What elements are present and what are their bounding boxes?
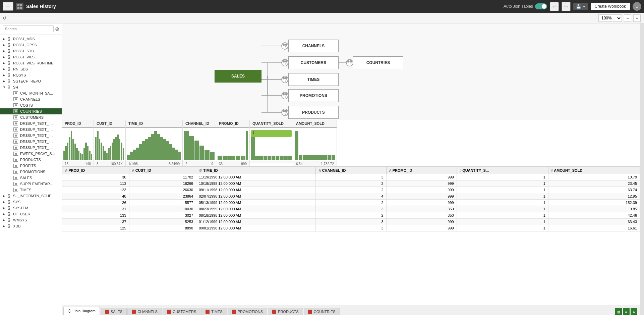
settings-view-button[interactable]: ⚙ bbox=[631, 308, 637, 315]
table-row[interactable]: 125889009/01/1998 12:00:000 AM3999116.61 bbox=[62, 225, 640, 231]
redo-button[interactable]: ↪ bbox=[562, 2, 571, 11]
th-TIME_ID[interactable]: ⏱TIME_ID bbox=[196, 167, 316, 174]
sidebar-item-DR$SUP_TEXT_I1[interactable]: ▦DR$SUP_TEXT_I... bbox=[0, 120, 62, 126]
sidebar-item-label: PROFITS bbox=[20, 164, 36, 168]
th-CHANNEL_ID[interactable]: ACHANNEL_ID bbox=[316, 167, 386, 174]
create-workbook-button[interactable]: Create Workbook bbox=[591, 3, 630, 10]
sidebar-item-RC661_WLS[interactable]: ▶🗄RC661_WLS bbox=[0, 54, 62, 60]
sidebar-item-CUSTOMERS[interactable]: ▦CUSTOMERS bbox=[0, 114, 62, 120]
sidebar-item-CAL_MONTH_SA[interactable]: ▦CAL_MONTH_SA... bbox=[0, 90, 62, 96]
sidebar-item-SL_INFORMTN_SCHE[interactable]: ▶🗄SL_INFORMTN_SCHE... bbox=[0, 193, 62, 199]
quantity-filter[interactable]: 1 bbox=[251, 130, 292, 137]
table-row[interactable]: 301170211/19/1998 12:00:000 AM3999110.79 bbox=[62, 174, 640, 180]
right-scrollbar[interactable] bbox=[640, 13, 644, 315]
add-connection-button[interactable]: ⊕ bbox=[55, 26, 59, 32]
col-chart-CHANNEL_ID bbox=[183, 127, 216, 161]
sidebar-item-SGTECH_REPO[interactable]: ▶🗄SGTECH_REPO bbox=[0, 78, 62, 84]
tab-join[interactable]: ⬡Join Diagram bbox=[63, 307, 100, 315]
sidebar-item-PROMOTIONS[interactable]: ▦PROMOTIONS bbox=[0, 169, 62, 175]
td-PROMO_ID: 999 bbox=[386, 187, 457, 193]
sidebar-item-DR$SUP_TEXT_I3[interactable]: ▦DR$SUP_TEXT_I... bbox=[0, 133, 62, 139]
sidebar-item-RC661_OPSS[interactable]: ▶🗄RC661_OPSS bbox=[0, 42, 62, 48]
tab-TIMES[interactable]: TIMES bbox=[201, 308, 227, 315]
bottom-tabs-list: ⬡Join DiagramSALESCHANNELSCUSTOMERSTIMES… bbox=[63, 307, 614, 315]
sidebar-item-SH[interactable]: ▼🗄SH bbox=[0, 84, 62, 90]
svg-point-18 bbox=[285, 77, 288, 80]
chart-bar bbox=[145, 139, 148, 160]
sidebar-item-WMSYS[interactable]: ▶🗄WMSYS bbox=[0, 217, 62, 223]
zoom-select[interactable]: 100% bbox=[598, 14, 622, 22]
table-row[interactable]: 482386402/07/1998 12:00:000 AM4999112.95 bbox=[62, 193, 640, 200]
th-PROMO_ID[interactable]: APROMO_ID bbox=[386, 167, 457, 174]
table-row[interactable]: 37525301/12/1999 12:00:000 AM3999163.43 bbox=[62, 219, 640, 225]
col-header-AMOUNT_SOLD: AMOUNT_SOLD6.541,782.72 bbox=[293, 120, 337, 166]
save-button[interactable]: 💾 ▾ bbox=[573, 3, 588, 10]
sidebar-refresh-button[interactable]: ↺ bbox=[3, 15, 7, 21]
th-QUANTITY_SOLD[interactable]: #QUANTITY_S... bbox=[457, 167, 548, 174]
expand-icon: ▶ bbox=[3, 67, 6, 71]
sidebar-item-PROFITS[interactable]: ▦PROFITS bbox=[0, 163, 62, 169]
back-button[interactable]: ← bbox=[3, 2, 13, 11]
svg-point-23 bbox=[285, 93, 288, 96]
data-table-wrapper[interactable]: APROD_IDACUST_ID⏱TIME_IDACHANNEL_IDAPROM… bbox=[62, 167, 640, 305]
tab-PROMOTIONS[interactable]: PROMOTIONS bbox=[228, 308, 267, 315]
sidebar-item-SYS[interactable]: ▶🗄SYS bbox=[0, 199, 62, 205]
grid-view-button[interactable]: ▦ bbox=[615, 308, 622, 315]
join-node-CHANNELS[interactable]: CHANNELS bbox=[288, 40, 339, 52]
tab-COUNTRIES[interactable]: COUNTRIES bbox=[304, 308, 340, 315]
undo-button[interactable]: ↩ bbox=[550, 2, 559, 11]
expand-icon: ▶ bbox=[3, 49, 6, 53]
tab-CUSTOMERS[interactable]: CUSTOMERS bbox=[163, 308, 200, 315]
sidebar-item-RC661_STB[interactable]: ▶🗄RC661_STB bbox=[0, 48, 62, 54]
sidebar-item-SALES[interactable]: ▦SALES bbox=[0, 175, 62, 181]
chart-bar bbox=[136, 148, 139, 160]
sidebar-item-CHANNELS[interactable]: ▦CHANNELS bbox=[0, 96, 62, 102]
sidebar-item-FWEEK_PSCAT_S[interactable]: ▦FWEEK_PSCAT_S... bbox=[0, 151, 62, 157]
sidebar-item-TIMES[interactable]: ▦TIMES bbox=[0, 187, 62, 193]
join-node-TIMES[interactable]: TIMES bbox=[288, 73, 339, 86]
sidebar-item-label: SYS bbox=[13, 200, 20, 204]
th-AMOUNT_SOLD[interactable]: #AMOUNT_SOLD bbox=[548, 167, 640, 174]
table-row[interactable]: 1131626610/18/1998 12:00:000 AM2999123.4… bbox=[62, 180, 640, 187]
tab-CHANNELS[interactable]: CHANNELS bbox=[127, 308, 162, 315]
th-PROD_ID[interactable]: APROD_ID bbox=[62, 167, 129, 174]
tab-PRODUCTS[interactable]: PRODUCTS bbox=[268, 308, 303, 315]
sidebar-item-RC661_WLS_RUNTIME[interactable]: ▶🗄RC661_WLS_RUNTIME bbox=[0, 60, 62, 66]
join-node-PROMOTIONS[interactable]: PROMOTIONS bbox=[288, 89, 339, 102]
sidebar-item-DR$SUP_TEXT_I4[interactable]: ▦DR$SUP_TEXT_I... bbox=[0, 139, 62, 145]
sidebar-item-PRODUCTS[interactable]: ▦PRODUCTS bbox=[0, 157, 62, 163]
sidebar-item-RN_SDS[interactable]: ▶🗄RN_SDS bbox=[0, 66, 62, 72]
sidebar-item-RC661_MDS[interactable]: ▶🗄RC661_MDS bbox=[0, 36, 62, 42]
sidebar-item-COUNTRIES[interactable]: ▦COUNTRIES bbox=[0, 108, 62, 114]
table-row[interactable]: 26557705/13/1999 12:00:000 AM29991152.39 bbox=[62, 200, 640, 206]
table-row[interactable]: 1232663009/11/1998 12:00:000 AM2999163.7… bbox=[62, 187, 640, 193]
join-node-SALES[interactable]: SALES bbox=[215, 70, 261, 83]
sidebar-item-DR$SUP_TEXT_I5[interactable]: ▦DR$SUP_TEXT_I... bbox=[0, 145, 62, 151]
avatar[interactable]: U bbox=[633, 2, 641, 11]
search-input[interactable] bbox=[3, 25, 54, 32]
zoom-out-button[interactable]: − bbox=[624, 14, 631, 22]
sidebar-item-UT_USER[interactable]: ▶🗄UT_USER bbox=[0, 211, 62, 217]
sidebar-item-DR$SUP_TEXT_I2[interactable]: ▦DR$SUP_TEXT_I... bbox=[0, 126, 62, 133]
list-view-button[interactable]: ≡ bbox=[623, 308, 630, 315]
sidebar-item-XDB[interactable]: ▶🗄XDB bbox=[0, 223, 62, 229]
table-row[interactable]: 133302708/18/1998 12:00:000 AM2350142.46 bbox=[62, 212, 640, 219]
join-node-CUSTOMERS[interactable]: CUSTOMERS bbox=[288, 56, 339, 69]
sidebar-item-SUPPLEMENTAR[interactable]: ▦SUPPLEMENTAR... bbox=[0, 181, 62, 187]
col-label-PROD_ID: PROD_ID bbox=[62, 120, 94, 127]
auto-join-toggle[interactable] bbox=[535, 3, 547, 9]
join-node-COUNTRIES[interactable]: COUNTRIES bbox=[353, 56, 403, 69]
join-node-PRODUCTS[interactable]: PRODUCTS bbox=[288, 106, 339, 119]
zoom-in-button[interactable]: + bbox=[633, 14, 640, 22]
tab-label: COUNTRIES bbox=[314, 310, 336, 314]
sidebar-item-SYSTEM[interactable]: ▶🗄SYSTEM bbox=[0, 205, 62, 211]
td-CUST_ID: 23864 bbox=[129, 193, 196, 200]
td-PROMO_ID: 999 bbox=[386, 225, 457, 231]
tab-SALES[interactable]: SALES bbox=[101, 308, 127, 315]
th-CUST_ID[interactable]: ACUST_ID bbox=[129, 167, 196, 174]
table-row[interactable]: 311003008/23/1999 12:00:000 AM335019.85 bbox=[62, 206, 640, 212]
sidebar-item-COSTS[interactable]: ▦COSTS bbox=[0, 102, 62, 108]
td-PROD_ID: 26 bbox=[62, 200, 129, 206]
sidebar-item-RQSYS[interactable]: ▶🗄RQSYS bbox=[0, 72, 62, 78]
table-icon: ▦ bbox=[13, 127, 18, 132]
